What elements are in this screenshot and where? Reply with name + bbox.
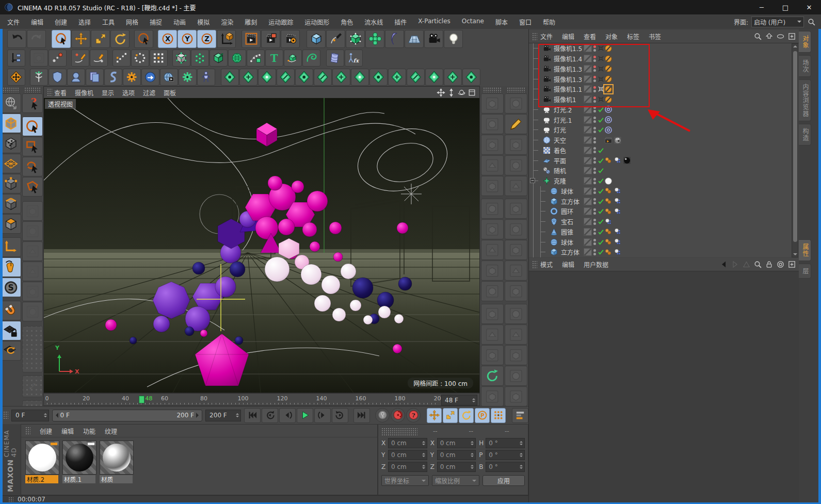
palette-icon[interactable] [505,240,527,260]
layer-toggle[interactable] [584,65,592,73]
drag-handle[interactable] [3,411,8,419]
key-pla-toggle[interactable] [491,408,506,423]
object-row[interactable]: 摄像机1.3 [529,64,799,74]
autokey-button[interactable]: ? [406,408,421,422]
visibility-dots[interactable] [592,197,597,205]
viewport-canvas[interactable]: 透视视图 网格间距 : 100 cm Y X [44,98,479,393]
menu-item-0[interactable]: 文件 [7,18,20,26]
visibility-dots[interactable] [592,207,597,216]
visibility-dots[interactable] [592,75,597,83]
panel-tab-内容浏览器[interactable]: 内容浏览器 [799,79,811,121]
panel-tab-场次[interactable]: 场次 [799,55,811,77]
object-row[interactable]: 摄像机1.5 [529,43,799,54]
menu-item-2[interactable]: 创建 [55,18,67,26]
protection-tag-icon[interactable] [604,85,613,93]
object-name[interactable]: 宝石 [561,217,573,226]
coord-field[interactable]: 0 ° [486,462,525,472]
coord-system-button[interactable] [217,30,236,48]
object-name[interactable]: 灯光.2 [554,105,572,114]
menu-item-3[interactable]: 选择 [78,18,91,26]
object-name[interactable]: 灯光.1 [554,116,572,124]
state-icon[interactable] [597,75,605,83]
layer-toggle[interactable] [584,147,592,154]
current-frame-marker[interactable] [139,396,144,403]
palette-icon[interactable] [505,281,527,301]
menu-item-6[interactable]: 捕捉 [150,18,162,26]
uvw-tag-icon[interactable] [614,156,622,165]
state-icon[interactable] [597,65,605,73]
om-menu-item-4[interactable]: 标签 [627,32,639,41]
viewport-menu-item-0[interactable]: 查看 [54,88,67,97]
layer-toggle[interactable] [584,116,592,124]
search-icon[interactable] [753,32,762,41]
rectangle-selection-button[interactable] [22,137,43,156]
object-row[interactable]: 球体 [529,186,799,197]
interface-select[interactable]: 启动 (用户) [751,17,804,27]
layer-toggle[interactable] [584,228,592,236]
material-item[interactable]: 材质.2 [25,441,59,483]
points-edit-button[interactable] [49,50,67,67]
menu-item-19[interactable]: 窗口 [519,18,532,26]
material-thumbnail[interactable] [100,441,134,475]
lasso-selection-button[interactable] [22,157,43,176]
magnet-button[interactable] [1,301,21,320]
object-row[interactable]: 立方体 [529,247,799,257]
visibility-icon[interactable] [776,32,785,41]
palette-icon[interactable] [481,199,504,219]
drag-handle[interactable] [381,428,417,436]
layer-toggle[interactable] [584,157,592,165]
palette-icon[interactable] [505,219,527,239]
state-icon[interactable] [597,177,605,185]
texture-black-tag-icon[interactable] [623,156,631,165]
forward-icon[interactable] [731,260,739,269]
close-button[interactable]: ✕ [797,0,821,14]
visibility-dots[interactable] [592,44,597,53]
grid-dots-button[interactable] [150,50,168,67]
add-panel-icon[interactable] [787,260,796,269]
protection-tag-icon[interactable] [604,95,613,104]
mograph-icon[interactable] [295,69,313,86]
visibility-dots[interactable] [592,238,597,246]
uvw-tag-icon[interactable] [614,197,622,205]
object-name[interactable]: 立方体 [561,248,579,256]
om-menu-item-5[interactable]: 书签 [649,32,661,41]
record-selection-button[interactable] [375,408,390,422]
palette-icon[interactable] [481,135,504,155]
state-icon[interactable] [597,126,605,134]
menu-item-1[interactable]: 编辑 [31,18,43,26]
menu-item-4[interactable]: 工具 [102,18,115,26]
material-thumbnail[interactable] [62,441,96,475]
drag-handle[interactable] [24,87,41,92]
visibility-dots[interactable] [592,156,597,165]
apply-button[interactable]: 应用 [482,475,525,486]
mograph-icon[interactable] [425,69,443,86]
circle-dots-button[interactable] [131,50,149,67]
state-icon[interactable] [597,207,605,215]
xparticles-system-button[interactable] [7,69,25,86]
target-tag-icon[interactable] [604,105,613,113]
visibility-dots[interactable] [592,85,597,93]
layer-toggle[interactable] [584,207,592,215]
layer-toggle[interactable] [584,198,592,205]
object-name[interactable]: 随机 [554,166,566,175]
polygons-mode-button[interactable] [1,214,21,234]
visibility-dots[interactable] [592,248,597,256]
object-row[interactable]: 圆锥 [529,227,799,237]
frame-field[interactable]: 48 F [441,395,477,405]
workplane-axis-button[interactable] [7,50,25,67]
palette-icon[interactable] [481,240,504,260]
help-button[interactable]: ? [22,93,43,113]
uvw-tag-icon[interactable] [614,248,622,256]
protection-tag-icon[interactable] [604,44,613,53]
phong-tag-icon[interactable] [604,197,613,205]
visibility-dots[interactable] [592,126,597,134]
phong-tag-icon[interactable] [604,248,613,256]
object-row[interactable]: 平面 [529,155,799,166]
axis-mode-button[interactable] [1,237,21,257]
layer-toggle[interactable] [584,218,592,225]
mograph-icon[interactable] [314,69,332,86]
render-settings-button[interactable] [281,30,300,48]
visibility-dots[interactable] [592,95,597,104]
prev-frame-button[interactable] [279,408,296,423]
key-position-toggle[interactable] [427,408,442,423]
